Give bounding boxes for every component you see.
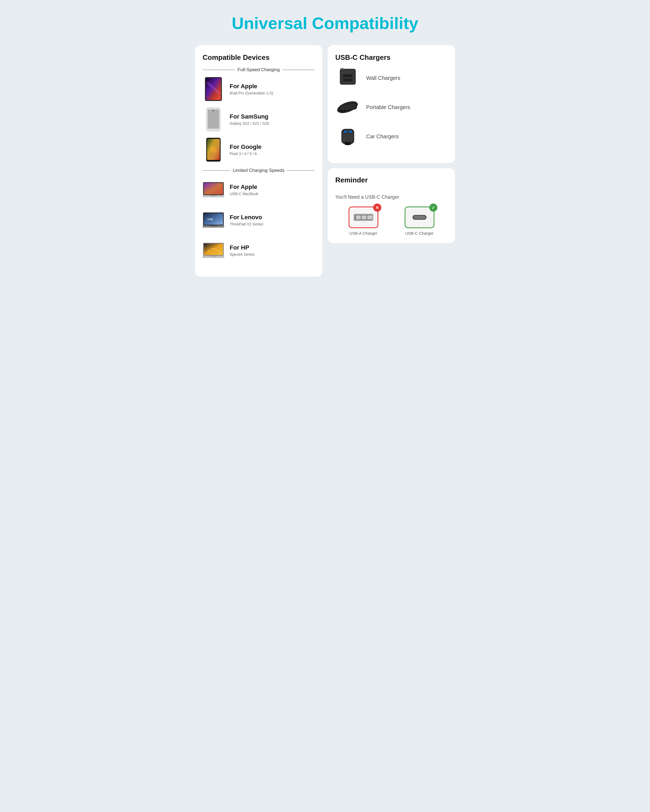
- samsung-info: For SamSung Galaxy S22 / S21 / S20: [230, 113, 269, 125]
- device-item-pixel: For Google Pixel 3 / 4 / 5 / 6: [203, 137, 315, 162]
- lenovo-image: 2:30: [203, 208, 224, 232]
- usba-indicator: ✕: [349, 206, 378, 228]
- wall-charger-label: Wall Chargers: [366, 75, 400, 81]
- main-grid: Compatible Devices Full-Speed Charging: [195, 45, 455, 276]
- charger-item-wall: Wall Chargers: [335, 67, 447, 89]
- svg-point-44: [346, 143, 350, 145]
- ipad-sub: iPad Pro (Generation 1-5): [230, 91, 273, 95]
- svg-rect-42: [349, 131, 353, 133]
- divider-line-left: [203, 70, 235, 70]
- svg-rect-24: [203, 244, 223, 255]
- reminder-title: Reminder: [335, 176, 447, 184]
- usba-label: USB-A Charger: [349, 231, 377, 235]
- limited-speed-divider: Limited Charging Speeds: [203, 168, 315, 173]
- reminder-card: Reminder You'll Need a USB-C Charger ✕: [328, 168, 455, 243]
- lenovo-info: For Lenovo ThinkPad X1 Series: [230, 214, 263, 226]
- compatible-devices-card: Compatible Devices Full-Speed Charging: [195, 45, 322, 276]
- compatible-devices-title: Compatible Devices: [203, 53, 315, 62]
- full-speed-label: Full-Speed Charging: [237, 67, 280, 73]
- car-charger-label: Car Chargers: [366, 133, 399, 140]
- svg-rect-47: [356, 215, 361, 219]
- svg-rect-17: [210, 195, 217, 196]
- pixel-name: For Google: [230, 143, 262, 151]
- svg-rect-31: [340, 68, 343, 70]
- device-item-ipad: For Apple iPad Pro (Generation 1-5): [203, 77, 315, 101]
- svg-rect-30: [343, 78, 353, 81]
- divider-line-right: [283, 70, 315, 70]
- samsung-name: For SamSung: [230, 113, 269, 120]
- wall-charger-image: [335, 67, 359, 89]
- device-item-samsung: For SamSung Galaxy S22 / S21 / S20: [203, 107, 315, 131]
- usba-status-badge: ✕: [373, 203, 381, 212]
- svg-rect-22: [210, 226, 217, 227]
- usbc-compare-item: ✓ USB-C Charger: [405, 206, 434, 235]
- svg-rect-29: [343, 75, 353, 78]
- device-item-hp: For HP Spectre Series: [203, 238, 315, 263]
- device-item-macbook: For Apple USB-C MacBook: [203, 177, 315, 202]
- hp-name: For HP: [230, 244, 255, 251]
- page-wrapper: Universal Compatibility Compatible Devic…: [195, 8, 455, 276]
- hp-image: [203, 238, 224, 263]
- ipad-name: For Apple: [230, 83, 273, 90]
- usbc-chargers-title: USB-C Chargers: [335, 53, 447, 62]
- full-speed-divider: Full-Speed Charging: [203, 67, 315, 73]
- hp-info: For HP Spectre Series: [230, 244, 255, 256]
- divider-line-right2: [287, 170, 315, 171]
- svg-point-9: [213, 110, 214, 111]
- charger-compare: ✕ USB-A Charger: [335, 206, 447, 235]
- usbc-label: USB-C Charger: [405, 231, 434, 235]
- samsung-image: [203, 107, 224, 131]
- pixel-sub: Pixel 3 / 4 / 5 / 6: [230, 151, 262, 156]
- svg-rect-7: [208, 109, 219, 129]
- reminder-subtitle: You'll Need a USB-C Charger: [335, 194, 447, 200]
- divider-line-left2: [203, 170, 230, 171]
- svg-rect-15: [203, 183, 223, 195]
- usbc-status-badge: ✓: [429, 203, 437, 212]
- macbook-name: For Apple: [230, 183, 258, 191]
- page-title: Universal Compatibility: [195, 8, 455, 35]
- svg-rect-51: [414, 216, 425, 219]
- usba-compare-item: ✕ USB-A Charger: [349, 206, 378, 235]
- samsung-sub: Galaxy S22 / S21 / S20: [230, 121, 269, 125]
- usbc-indicator: ✓: [405, 206, 434, 228]
- macbook-image: [203, 177, 224, 202]
- usbc-chargers-card: USB-C Chargers: [328, 45, 455, 163]
- macbook-info: For Apple USB-C MacBook: [230, 183, 258, 196]
- svg-text:2:30: 2:30: [208, 218, 213, 221]
- svg-rect-41: [343, 131, 347, 133]
- pixel-image: [203, 137, 224, 162]
- svg-rect-26: [210, 256, 217, 257]
- svg-point-13: [212, 148, 215, 151]
- ipad-info: For Apple iPad Pro (Generation 1-5): [230, 83, 273, 95]
- svg-rect-48: [362, 215, 366, 219]
- charger-item-portable: Portable Chargers: [335, 96, 447, 118]
- svg-rect-49: [367, 215, 372, 219]
- right-column: USB-C Chargers: [328, 45, 455, 243]
- limited-speed-label: Limited Charging Speeds: [233, 168, 284, 173]
- svg-rect-19: [203, 213, 223, 225]
- car-charger-image: [335, 125, 359, 147]
- charger-item-car: Car Chargers: [335, 125, 447, 147]
- portable-charger-label: Portable Chargers: [366, 104, 410, 110]
- macbook-sub: USB-C MacBook: [230, 192, 258, 196]
- lenovo-sub: ThinkPad X1 Series: [230, 222, 263, 226]
- lenovo-name: For Lenovo: [230, 214, 263, 221]
- ipad-image: [203, 77, 224, 101]
- device-item-lenovo: 2:30 For Lenovo ThinkPad X1 Series: [203, 208, 315, 232]
- hp-sub: Spectre Series: [230, 252, 255, 256]
- portable-charger-image: [335, 96, 359, 118]
- reminder-divider: [335, 190, 447, 190]
- pixel-info: For Google Pixel 3 / 4 / 5 / 6: [230, 143, 262, 156]
